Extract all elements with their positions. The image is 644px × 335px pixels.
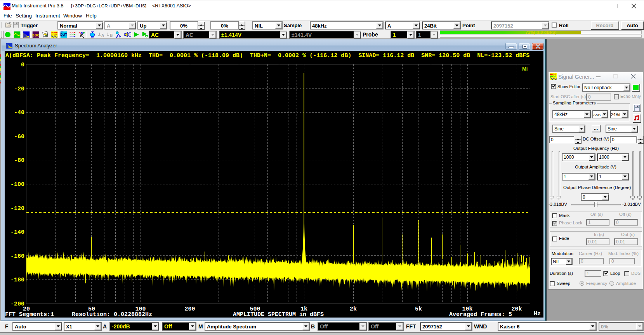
svg-text:-40: -40 (14, 109, 24, 116)
svg-text:B: B (110, 33, 113, 38)
svg-text:P: P (83, 31, 85, 35)
svg-text:DUT: DUT (60, 33, 67, 36)
svg-text:0: 0 (21, 62, 24, 68)
svg-text:Averaged Frames: 5: Averaged Frames: 5 (449, 311, 512, 318)
svg-text:Mi: Mi (522, 66, 528, 72)
svg-text:FFT Segments:1: FFT Segments:1 (5, 311, 54, 318)
svg-text:-60: -60 (14, 134, 24, 140)
svg-text:-100: -100 (10, 181, 24, 188)
svg-text:5k: 5k (415, 306, 422, 312)
svg-text:-20: -20 (14, 86, 24, 92)
svg-text:-180: -180 (10, 277, 24, 283)
svg-text:-200: -200 (10, 301, 24, 307)
svg-text:-120: -120 (10, 205, 24, 212)
svg-text:20k: 20k (511, 306, 522, 312)
svg-text:A: A (101, 33, 104, 38)
svg-text:-160: -160 (10, 253, 24, 260)
svg-text:200: 200 (184, 306, 195, 312)
svg-text:-80: -80 (14, 157, 24, 164)
svg-text:-140: -140 (10, 229, 24, 236)
svg-text:2k: 2k (350, 306, 357, 312)
svg-text:888: 888 (32, 33, 39, 38)
svg-text:Resolution: 0.0228882Hz: Resolution: 0.0228882Hz (72, 311, 152, 318)
svg-text:Hz: Hz (534, 311, 541, 317)
svg-text:AMPLITUDE SPECTRUM in dBFS: AMPLITUDE SPECTRUM in dBFS (233, 311, 324, 318)
